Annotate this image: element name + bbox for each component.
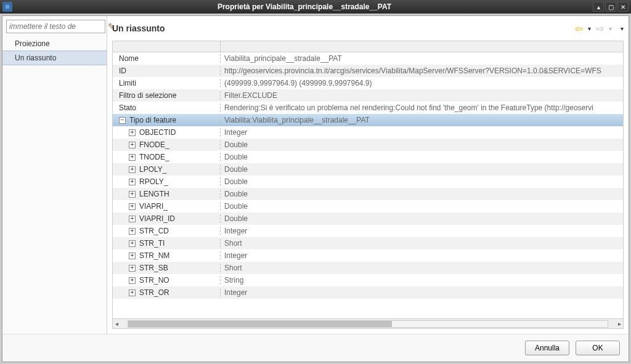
forward-menu-caret-icon: ▾ (609, 25, 612, 32)
table-row[interactable]: +RPOLY_Double (113, 176, 623, 188)
svg-rect-1 (6, 5, 9, 9)
property-label: STR_SB (139, 264, 168, 272)
property-value: (499999.9,9997964.9) (499999.9,9997964.9… (221, 79, 623, 87)
back-arrow-icon[interactable]: ⇦ (575, 23, 583, 34)
table-row[interactable]: +VIAPRI_Double (113, 200, 623, 212)
property-value: Double (221, 177, 623, 186)
property-label-cell: +STR_CD (113, 227, 221, 235)
expand-icon[interactable]: + (129, 129, 136, 136)
table-row[interactable]: +STR_SBShort (113, 262, 623, 274)
property-label-cell: Nome (113, 54, 221, 63)
property-label-cell: +STR_TI (113, 239, 221, 248)
sidebar-item-proiezione[interactable]: Proiezione (2, 37, 107, 51)
property-table: NomeViabilita_principale__stradale__PATI… (112, 41, 624, 329)
property-label-cell: Limiti (113, 79, 221, 87)
property-label: Filtro di selezione (119, 91, 176, 100)
property-label-cell: +VIAPRI_ (113, 202, 221, 211)
close-icon[interactable]: ✕ (617, 2, 629, 12)
sidebar-item-label: Proiezione (15, 39, 50, 48)
expand-icon[interactable]: + (129, 289, 136, 296)
property-label: TNODE_ (139, 153, 169, 161)
sidebar-item-label: Un riassunto (15, 54, 56, 62)
property-label: FNODE_ (139, 140, 169, 149)
property-value: Double (221, 153, 623, 161)
property-label: STR_TI (139, 239, 165, 248)
property-label: STR_NM (139, 251, 169, 260)
table-row[interactable]: +STR_NMInteger (113, 249, 623, 262)
page-title: Un riassunto (112, 23, 575, 33)
table-row[interactable]: +STR_TIShort (113, 237, 623, 249)
expand-icon[interactable]: + (129, 203, 136, 210)
sidebar-item-riassunto[interactable]: Un riassunto (2, 51, 107, 65)
table-row[interactable]: +STR_NOString (113, 274, 623, 286)
cancel-button-label: Annulla (535, 344, 560, 352)
property-value: Double (221, 140, 623, 149)
table-row[interactable]: +VIAPRI_IDDouble (113, 212, 623, 225)
expand-icon[interactable]: + (129, 191, 136, 198)
property-label-cell: +VIAPRI_ID (113, 214, 221, 223)
property-value: Filter.EXCLUDE (221, 91, 623, 100)
table-row[interactable]: +LPOLY_Double (113, 163, 623, 176)
expand-icon[interactable]: + (129, 216, 136, 222)
property-label: STR_OR (139, 288, 169, 297)
collapse-icon[interactable]: − (119, 117, 126, 124)
header-row: Un riassunto ⇦ ▾ ⇨ ▾ ▾ (112, 20, 624, 37)
property-label-cell: +STR_OR (113, 288, 221, 297)
app-icon (2, 2, 12, 12)
property-value: Viabilita:Viabilita_principale__stradale… (221, 116, 623, 124)
table-header (113, 41, 623, 52)
scroll-right-icon[interactable]: ▸ (616, 320, 623, 327)
property-value: Integer (221, 288, 623, 297)
property-label: Nome (119, 54, 139, 63)
table-row[interactable]: Limiti(499999.9,9997964.9) (499999.9,999… (113, 77, 623, 89)
expand-icon[interactable]: + (129, 179, 136, 185)
scroll-left-icon[interactable]: ◂ (113, 320, 120, 327)
property-label-cell: ID (113, 67, 221, 75)
expand-icon[interactable]: + (129, 265, 136, 272)
expand-icon[interactable]: + (129, 166, 136, 173)
expand-icon[interactable]: + (129, 228, 136, 235)
table-row[interactable]: +LENGTHDouble (113, 188, 623, 200)
property-label-cell: −Tipo di feature (113, 116, 221, 124)
scroll-track[interactable] (128, 320, 608, 328)
property-value: Short (221, 239, 623, 248)
table-row[interactable]: −Tipo di featureViabilita:Viabilita_prin… (113, 114, 623, 126)
property-value: Viabilita_principale__stradale__PAT (221, 54, 623, 63)
back-menu-caret-icon[interactable]: ▾ (588, 25, 591, 32)
window-title: Proprietà per Viabilita_principale__stra… (16, 2, 593, 11)
table-body[interactable]: NomeViabilita_principale__stradale__PATI… (113, 52, 623, 318)
property-label-cell: +LPOLY_ (113, 165, 221, 174)
minimize-up-icon[interactable]: ▴ (593, 2, 604, 12)
expand-icon[interactable]: + (129, 240, 136, 247)
property-value: Integer (221, 251, 623, 260)
table-row[interactable]: NomeViabilita_principale__stradale__PAT (113, 52, 623, 65)
table-row[interactable]: +OBJECTIDInteger (113, 126, 623, 139)
horizontal-scrollbar[interactable]: ◂ ▸ (113, 318, 623, 328)
maximize-icon[interactable]: ▢ (605, 2, 616, 12)
table-row[interactable]: +TNODE_Double (113, 151, 623, 163)
cancel-button[interactable]: Annulla (525, 341, 569, 355)
search-input[interactable] (6, 20, 105, 33)
property-value: http://geoservices.provincia.tn.it/arcgi… (221, 67, 623, 75)
expand-icon[interactable]: + (129, 142, 136, 148)
scroll-thumb[interactable] (128, 321, 392, 327)
expand-icon[interactable]: + (129, 154, 136, 161)
dialog-body: ✎ Proiezione Un riassunto Un riassunto ⇦… (2, 16, 629, 334)
table-row[interactable]: StatoRendering:Si è verificato un proble… (113, 102, 623, 114)
property-value: Rendering:Si è verificato un problema ne… (221, 103, 623, 112)
property-value: Double (221, 214, 623, 223)
expand-icon[interactable]: + (129, 277, 136, 284)
property-label-cell: +RPOLY_ (113, 177, 221, 186)
table-row[interactable]: +FNODE_Double (113, 139, 623, 151)
property-label-cell: +STR_NO (113, 276, 221, 285)
table-row[interactable]: Filtro di selezioneFilter.EXCLUDE (113, 89, 623, 102)
dialog: ✎ Proiezione Un riassunto Un riassunto ⇦… (2, 15, 629, 362)
property-value: Short (221, 264, 623, 272)
table-row[interactable]: +STR_ORInteger (113, 286, 623, 299)
table-row[interactable]: IDhttp://geoservices.provincia.tn.it/arc… (113, 65, 623, 77)
ok-button[interactable]: OK (576, 341, 620, 355)
table-row[interactable]: +STR_CDInteger (113, 225, 623, 237)
view-menu-caret-icon[interactable]: ▾ (621, 25, 624, 32)
ok-button-label: OK (592, 344, 603, 352)
expand-icon[interactable]: + (129, 253, 136, 259)
